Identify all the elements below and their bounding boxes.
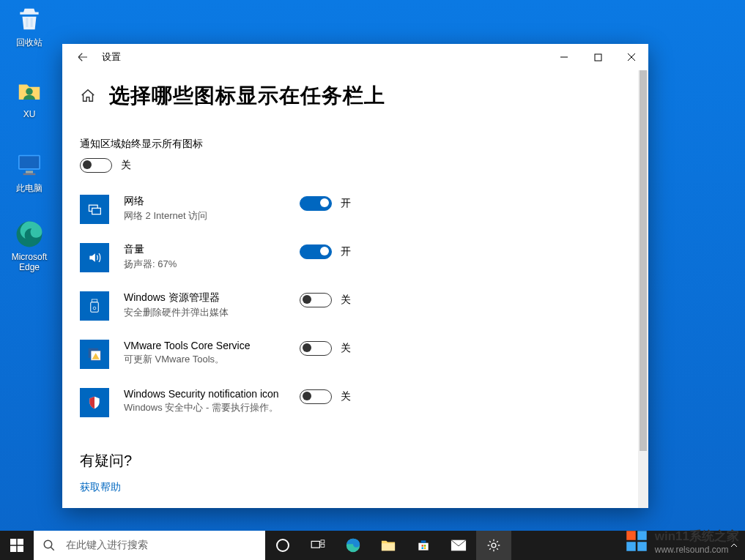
question-heading: 有疑问? (80, 451, 648, 471)
svg-rect-32 (637, 531, 647, 540)
titlebar: 设置 (62, 44, 648, 70)
svg-point-0 (26, 88, 33, 95)
maximize-icon (594, 53, 602, 61)
svg-rect-14 (10, 539, 16, 545)
watermark: win11系统之家 www.relsound.com (626, 523, 739, 559)
item-toggle-state: 关 (341, 294, 351, 307)
item-toggle[interactable] (300, 389, 332, 404)
item-toggle[interactable] (300, 293, 332, 307)
taskbar-settings[interactable] (476, 531, 511, 560)
icon-item-network: 网络 网络 2 Internet 访问 开 (80, 189, 648, 237)
get-help-link[interactable]: 获取帮助 (80, 481, 121, 494)
svg-rect-27 (422, 548, 424, 550)
item-toggle-state: 开 (341, 197, 351, 210)
scrollbar-thumb[interactable] (640, 70, 647, 451)
master-toggle-label: 通知区域始终显示所有图标 (80, 138, 648, 151)
edge-icon (345, 537, 361, 553)
back-button[interactable] (68, 44, 97, 70)
svg-rect-3 (26, 171, 33, 173)
gear-icon (486, 538, 501, 553)
svg-point-30 (492, 543, 496, 548)
svg-rect-24 (382, 543, 395, 550)
watermark-url: www.relsound.com (655, 545, 739, 555)
desktop-icon-recycle-bin[interactable]: 回收站 (4, 4, 55, 49)
watermark-logo-icon (626, 530, 648, 552)
vmware-icon (80, 340, 109, 369)
item-toggle-state: 开 (341, 245, 351, 258)
settings-content: 选择哪些图标显示在任务栏上 通知区域始终显示所有图标 关 网络 网络 2 Int… (62, 70, 648, 508)
desktop-icon-label: XU (4, 109, 55, 119)
usb-eject-icon (80, 291, 109, 321)
cortana-icon (275, 538, 290, 553)
close-button[interactable] (615, 44, 648, 70)
taskview-icon (311, 540, 325, 551)
taskbar-explorer[interactable] (371, 531, 406, 560)
store-icon (416, 538, 431, 553)
settings-window: 设置 选择哪些图标显示在任务栏上 通知区域始终显示所有图标 关 (62, 44, 648, 508)
svg-rect-8 (92, 208, 101, 214)
item-title: 网络 (124, 195, 285, 208)
arrow-left-icon (76, 51, 89, 64)
svg-rect-31 (626, 531, 636, 540)
item-toggle[interactable] (300, 196, 332, 211)
desktop-icon-label: 回收站 (4, 37, 55, 49)
this-pc-icon (15, 150, 44, 179)
home-icon[interactable] (80, 88, 96, 104)
taskbar-store[interactable] (406, 531, 441, 560)
svg-point-11 (93, 307, 96, 310)
desktop-icon-edge[interactable]: Microsoft Edge (4, 220, 55, 272)
taskbar-edge[interactable] (336, 531, 371, 560)
mail-icon (451, 539, 467, 552)
svg-rect-17 (18, 546, 23, 552)
search-icon (42, 539, 56, 552)
svg-rect-28 (424, 548, 426, 550)
volume-icon (80, 243, 109, 272)
maximize-button[interactable] (581, 44, 615, 70)
minimize-button[interactable] (547, 44, 581, 70)
network-icon (80, 195, 109, 224)
taskbar-taskview[interactable] (300, 531, 336, 560)
svg-rect-34 (637, 542, 647, 551)
item-title: Windows Security notification icon (124, 388, 285, 400)
search-placeholder: 在此键入进行搜索 (66, 539, 148, 552)
icon-item-volume: 音量 扬声器: 67% 开 (80, 237, 648, 285)
item-subtitle: 可更新 VMware Tools。 (124, 353, 285, 366)
svg-rect-2 (20, 156, 40, 168)
icon-item-vmware: VMware Tools Core Service 可更新 VMware Too… (80, 334, 648, 382)
svg-rect-22 (321, 544, 325, 547)
item-toggle-state: 关 (341, 342, 351, 355)
minimize-icon (560, 53, 568, 61)
svg-rect-6 (595, 54, 601, 61)
item-title: Windows 资源管理器 (124, 291, 285, 305)
item-title: 音量 (124, 243, 285, 256)
taskbar-mail[interactable] (441, 531, 476, 560)
desktop-icon-user-folder[interactable]: XU (4, 77, 55, 119)
svg-rect-16 (10, 546, 16, 552)
item-toggle[interactable] (300, 244, 332, 259)
desktop-icon-label: Microsoft Edge (4, 252, 55, 272)
svg-rect-9 (92, 299, 97, 302)
windows-logo-icon (10, 539, 23, 552)
svg-rect-33 (626, 542, 636, 551)
vertical-scrollbar[interactable] (638, 70, 648, 508)
start-button[interactable] (0, 531, 34, 560)
item-title: VMware Tools Core Service (124, 340, 285, 351)
desktop-icon-this-pc[interactable]: 此电脑 (4, 150, 55, 195)
svg-rect-25 (422, 545, 424, 547)
svg-point-19 (277, 540, 289, 551)
taskbar-search[interactable]: 在此键入进行搜索 (34, 531, 265, 560)
item-subtitle: 安全删除硬件并弹出媒体 (124, 306, 285, 319)
window-title: 设置 (102, 51, 547, 64)
taskbar-cortana[interactable] (265, 531, 300, 560)
item-subtitle: 扬声器: 67% (124, 258, 285, 271)
page-title: 选择哪些图标显示在任务栏上 (109, 82, 385, 110)
icon-item-explorer: Windows 资源管理器 安全删除硬件并弹出媒体 关 (80, 285, 648, 334)
svg-rect-26 (424, 545, 426, 547)
item-toggle[interactable] (300, 341, 332, 356)
close-icon (627, 53, 636, 61)
item-toggle-state: 关 (341, 390, 351, 403)
master-toggle[interactable] (80, 158, 112, 173)
svg-rect-20 (311, 541, 319, 548)
svg-point-18 (44, 540, 52, 548)
desktop-icon-label: 此电脑 (4, 182, 55, 195)
